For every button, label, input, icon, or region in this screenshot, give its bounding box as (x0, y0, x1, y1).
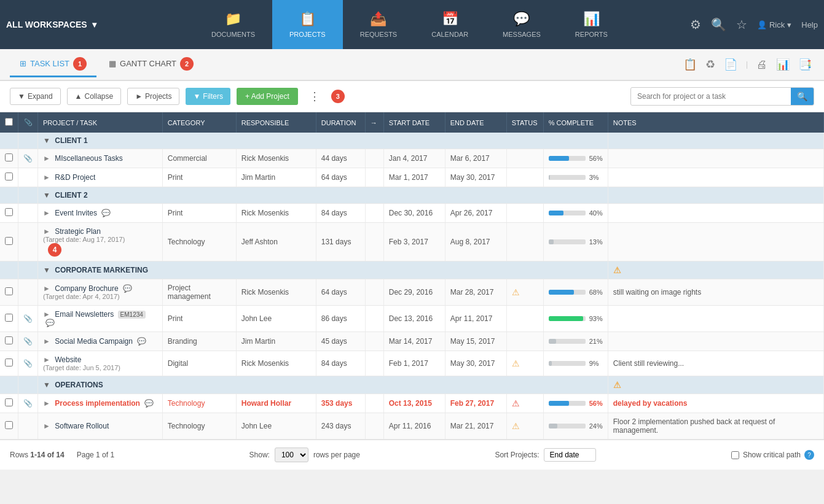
row-checkbox-cell[interactable] (0, 204, 18, 223)
row-project-name[interactable]: Company Brochure (55, 284, 118, 293)
select-all-checkbox[interactable] (5, 118, 13, 126)
user-name: Rick (769, 20, 785, 29)
row-expand-icon[interactable]: ► (43, 310, 50, 319)
rows-per-page-select[interactable]: 100 50 25 (275, 448, 308, 462)
more-options-button[interactable]: ⋮ (304, 87, 325, 106)
nav-calendar[interactable]: 📅 CALENDAR (414, 0, 485, 49)
row-checkbox-cell[interactable] (0, 223, 18, 262)
row-project-name[interactable]: Social Media Campaign (55, 337, 133, 346)
row-project-name[interactable]: Strategic Plan (55, 227, 101, 236)
print-icon[interactable]: 🖨 (754, 56, 770, 74)
row-start-cell: Mar 1, 2017 (383, 168, 445, 187)
row-checkbox[interactable] (5, 421, 13, 429)
group-row[interactable]: ▼ CORPORATE MARKETING ⚠ (0, 262, 824, 279)
add-project-button[interactable]: + Add Project (237, 88, 298, 105)
nav-documents[interactable]: 📁 DOCUMENTS (194, 0, 272, 49)
expand-label: Expand (28, 92, 53, 101)
row-project-name[interactable]: MIscellaneous Tasks (55, 154, 123, 163)
copy-icon[interactable]: 📋 (681, 55, 699, 74)
row-expand-icon[interactable]: ► (43, 399, 50, 408)
tab-gantt-chart[interactable]: ▦ GANTT CHART 2 (99, 52, 203, 77)
group-name-cell: ▼ CORPORATE MARKETING (38, 262, 608, 279)
help-tooltip-icon[interactable]: ? (804, 450, 814, 460)
filters-button[interactable]: ▼ Filters (186, 88, 230, 105)
search-icon[interactable]: 🔍 (711, 17, 726, 32)
settings-icon[interactable]: ⚙ (690, 17, 701, 32)
row-checkbox-cell[interactable] (0, 413, 18, 440)
progress-bar-bg (549, 175, 586, 180)
row-checkbox-cell[interactable] (0, 394, 18, 413)
critical-path-label: Show critical path (743, 451, 801, 459)
row-checkbox[interactable] (5, 237, 13, 245)
row-notes-cell (608, 204, 823, 223)
row-checkbox[interactable] (5, 314, 13, 322)
row-expand-icon[interactable]: ► (43, 173, 50, 182)
tabs-right: 📋 ♻ 📄 | 🖨 📊 📑 (681, 55, 814, 74)
search-input[interactable] (631, 88, 791, 104)
clipboard-icon[interactable]: 📄 (721, 55, 740, 74)
clip-icon: 📎 (23, 359, 33, 368)
row-expand-icon[interactable]: ► (43, 154, 50, 163)
help-button[interactable]: Help (801, 20, 818, 29)
row-checkbox[interactable] (5, 398, 13, 406)
projects-button[interactable]: ► Projects (127, 88, 179, 105)
group-collapse-icon[interactable]: ▼ (43, 136, 50, 145)
expand-button[interactable]: ▼ Expand (10, 88, 61, 105)
group-row[interactable]: ▼ CLIENT 2 (0, 187, 824, 204)
row-checkbox[interactable] (5, 336, 13, 344)
row-start-cell: Dec 30, 2016 (383, 204, 445, 223)
row-duration-cell: 64 days (316, 168, 365, 187)
group-collapse-icon[interactable]: ▼ (43, 191, 50, 200)
row-checkbox[interactable] (5, 359, 13, 366)
row-project-name[interactable]: Software Rollout (55, 422, 109, 430)
row-project-cell: ► Event Invites 💬 (38, 204, 163, 223)
row-notes-cell (608, 168, 823, 187)
row-category-cell: Project management (162, 279, 236, 306)
star-icon[interactable]: ☆ (736, 17, 747, 32)
collapse-button[interactable]: ▲ Collapse (67, 88, 122, 105)
row-project-name[interactable]: Event Invites (55, 209, 97, 217)
nav-requests[interactable]: 📤 REQUESTS (343, 0, 415, 49)
row-checkbox-cell[interactable] (0, 332, 18, 351)
nav-projects[interactable]: 📋 PROJECTS (272, 0, 343, 49)
row-expand-icon[interactable]: ► (43, 284, 50, 293)
row-expand-icon[interactable]: ► (43, 209, 50, 217)
row-checkbox-cell[interactable] (0, 149, 18, 168)
group-row[interactable]: ▼ CLIENT 1 (0, 133, 824, 149)
row-checkbox[interactable] (5, 287, 13, 295)
row-checkbox[interactable] (5, 173, 13, 180)
row-expand-icon[interactable]: ► (43, 355, 50, 364)
excel-icon[interactable]: 📊 (774, 55, 792, 74)
row-checkbox-cell[interactable] (0, 168, 18, 187)
row-start-cell: Oct 13, 2015 (383, 394, 445, 413)
row-project-name[interactable]: Email Newsletters (55, 310, 114, 319)
row-project-name[interactable]: Process implementation (55, 399, 140, 408)
row-project-name[interactable]: Website (55, 355, 81, 364)
row-checkbox[interactable] (5, 208, 13, 216)
refresh-icon[interactable]: ♻ (703, 55, 718, 74)
clip-icon: 📎 (23, 154, 33, 163)
row-checkbox-cell[interactable] (0, 279, 18, 306)
user-menu[interactable]: 👤 Rick ▾ (757, 20, 791, 29)
tab-task-list[interactable]: ⊞ TASK LIST 1 (10, 52, 96, 77)
header-checkbox[interactable] (0, 112, 18, 133)
pdf-icon[interactable]: 📑 (796, 55, 814, 74)
row-status-cell (506, 149, 543, 168)
nav-messages[interactable]: 💬 MESSAGES (485, 0, 558, 49)
workspace-selector[interactable]: ALL WORKSPACES ▾ (6, 20, 129, 29)
group-collapse-icon[interactable]: ▼ (43, 266, 50, 274)
row-expand-icon[interactable]: ► (43, 227, 50, 236)
group-row[interactable]: ▼ OPERATIONS ⚠ (0, 376, 824, 394)
search-button[interactable]: 🔍 (791, 88, 814, 105)
row-expand-icon[interactable]: ► (43, 337, 50, 346)
sort-select[interactable]: End date Start date Name (544, 448, 596, 462)
row-checkbox-cell[interactable] (0, 351, 18, 376)
table-row: ► Event Invites 💬 Print Rick Mosenkis 84… (0, 204, 824, 223)
nav-reports[interactable]: 📊 REPORTS (558, 0, 625, 49)
row-checkbox[interactable] (5, 153, 13, 161)
row-expand-icon[interactable]: ► (43, 422, 50, 430)
critical-path-checkbox[interactable] (731, 451, 739, 459)
group-collapse-icon[interactable]: ▼ (43, 381, 50, 389)
row-project-name[interactable]: R&D Project (55, 173, 95, 182)
row-checkbox-cell[interactable] (0, 306, 18, 332)
